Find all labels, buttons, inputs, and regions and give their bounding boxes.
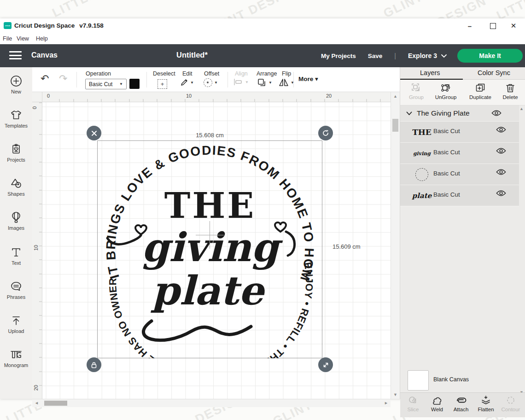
- trash-icon: [505, 82, 516, 93]
- horizontal-ruler: 0 10 20: [42, 92, 391, 102]
- visibility-eye-icon[interactable]: [491, 110, 502, 117]
- contour-button[interactable]: Contour: [499, 395, 523, 412]
- ungroup-button[interactable]: UnGroup: [432, 82, 460, 100]
- canvas-vertical-scrollbar[interactable]: ▲ ▼: [391, 92, 400, 399]
- resize-handle[interactable]: [318, 357, 333, 372]
- edit-button[interactable]: ▼: [180, 78, 194, 87]
- toolbar-divider: [293, 72, 294, 88]
- hamburger-menu-icon[interactable]: [9, 51, 22, 60]
- sidebar-item-projects[interactable]: Projects: [0, 143, 32, 163]
- delete-button[interactable]: Delete: [496, 82, 525, 100]
- group-button[interactable]: Group: [402, 82, 431, 100]
- align-button[interactable]: ▼: [233, 78, 249, 86]
- visibility-eye-icon[interactable]: [496, 190, 506, 197]
- scroll-up-icon[interactable]: ▲: [393, 94, 397, 99]
- sidebar-item-images[interactable]: Images: [0, 211, 32, 231]
- maximize-button[interactable]: [486, 20, 500, 31]
- weld-icon: [432, 395, 443, 406]
- plus-icon: +: [161, 81, 164, 88]
- redo-icon[interactable]: ↷: [59, 73, 67, 84]
- offset-label: Offset: [204, 70, 219, 77]
- selection-height-label: 15.609 cm: [332, 243, 361, 250]
- canvas-horizontal-scrollbar[interactable]: ◄ ►: [32, 399, 391, 407]
- flatten-button[interactable]: Flatten: [474, 395, 498, 412]
- make-it-button[interactable]: Make It: [457, 49, 523, 63]
- color-swatch[interactable]: [129, 79, 140, 89]
- arrange-button[interactable]: ▼: [257, 78, 272, 87]
- menu-file[interactable]: File: [1, 35, 14, 43]
- action-label: Contour: [499, 407, 523, 412]
- operation-label: Operation: [86, 70, 111, 77]
- duplicate-button[interactable]: Duplicate: [466, 82, 495, 100]
- menu-view[interactable]: View: [15, 35, 31, 43]
- visibility-eye-icon[interactable]: [496, 147, 506, 154]
- layer-row-plate[interactable]: plate Basic Cut: [400, 185, 519, 206]
- layer-row-the[interactable]: THE Basic Cut: [400, 122, 519, 143]
- ruler-number: 0: [47, 93, 50, 99]
- weld-button[interactable]: Weld: [425, 395, 449, 412]
- sidebar-item-upload[interactable]: Upload: [0, 314, 32, 334]
- layer-group-header[interactable]: The Giving Plate: [400, 105, 519, 122]
- sidebar-item-shapes[interactable]: Shapes: [0, 177, 32, 197]
- action-label: Duplicate: [466, 94, 495, 100]
- clipboard-heart-icon: [10, 143, 23, 156]
- app-window: cricut Cricut Design Spacev7.9.158 – ✕ F…: [0, 18, 525, 399]
- flatten-icon: [480, 395, 491, 406]
- ruler-number: 10: [186, 93, 192, 99]
- canvas-color-swatch[interactable]: [408, 370, 429, 391]
- toolbar-divider: [146, 72, 147, 88]
- scroll-up-icon[interactable]: ▲: [519, 106, 524, 111]
- panel-scrollbar[interactable]: ▲ ▼: [519, 105, 524, 396]
- cricut-logo-icon: cricut: [4, 22, 12, 29]
- design-word-giving: giving: [141, 224, 283, 270]
- tab-color-sync[interactable]: Color Sync: [478, 69, 510, 76]
- title-bar: cricut Cricut Design Spacev7.9.158 – ✕: [0, 18, 525, 33]
- scrollbar-thumb[interactable]: [44, 401, 67, 406]
- deselect-button[interactable]: +: [158, 79, 167, 89]
- sidebar-item-phrases[interactable]: Phrases: [0, 280, 32, 300]
- save-link[interactable]: Save: [368, 52, 383, 59]
- slice-button[interactable]: Slice: [401, 395, 425, 412]
- close-button[interactable]: ✕: [507, 20, 520, 31]
- menu-help[interactable]: Help: [34, 35, 50, 43]
- design-word-plate: plate: [151, 267, 266, 314]
- tab-layers[interactable]: Layers: [420, 69, 440, 76]
- action-label: Attach: [449, 407, 473, 412]
- scroll-left-icon[interactable]: ◄: [35, 401, 39, 405]
- visibility-eye-icon[interactable]: [496, 126, 506, 133]
- layer-row-giving[interactable]: giving Basic Cut: [400, 143, 519, 164]
- layer-row-circle[interactable]: Basic Cut: [400, 164, 519, 185]
- sidebar-item-templates[interactable]: Templates: [0, 109, 32, 128]
- rotate-handle[interactable]: [318, 126, 333, 140]
- offset-button[interactable]: ▼: [204, 78, 218, 87]
- dashed-circle-thumbnail: [415, 168, 428, 181]
- design-canvas[interactable]: 15.608 cm 15.609 cm IT BRINGS LOVE & GOO…: [42, 102, 391, 399]
- sidebar-label: Images: [0, 225, 32, 231]
- sidebar-item-text[interactable]: Text: [0, 246, 32, 266]
- my-projects-link[interactable]: My Projects: [321, 52, 356, 59]
- sidebar-item-new[interactable]: New: [0, 75, 32, 94]
- dropdown-arrow-icon: ▼: [268, 81, 272, 85]
- flip-label: Flip: [282, 70, 291, 77]
- delete-handle[interactable]: [87, 126, 101, 140]
- ruler-number: 10: [33, 245, 39, 251]
- sidebar-item-monogram[interactable]: Monogram: [0, 348, 32, 368]
- scroll-right-icon[interactable]: ►: [384, 401, 388, 405]
- text-icon: [10, 246, 23, 259]
- minimize-button[interactable]: –: [463, 20, 477, 31]
- machine-selector[interactable]: Explore 3: [408, 52, 437, 59]
- operation-select[interactable]: Basic Cut ▼: [85, 79, 127, 89]
- visibility-eye-icon[interactable]: [496, 169, 506, 175]
- watermark-word: GLINT: [381, 0, 425, 21]
- flip-button[interactable]: ▼: [279, 78, 294, 87]
- chevron-down-icon[interactable]: [441, 54, 447, 58]
- more-button[interactable]: More ▾: [298, 75, 318, 82]
- nav-canvas-label[interactable]: Canvas: [31, 51, 58, 59]
- giving-plate-design[interactable]: IT BRINGS LOVE & GOODIES FROM HOME TO HO…: [97, 140, 322, 358]
- lock-handle[interactable]: [87, 357, 101, 372]
- scrollbar-thumb[interactable]: [392, 119, 398, 132]
- attach-button[interactable]: Attach: [449, 395, 473, 412]
- scroll-down-icon[interactable]: ▼: [393, 392, 397, 397]
- undo-icon[interactable]: ↶: [41, 73, 49, 84]
- flip-icon: [279, 78, 289, 87]
